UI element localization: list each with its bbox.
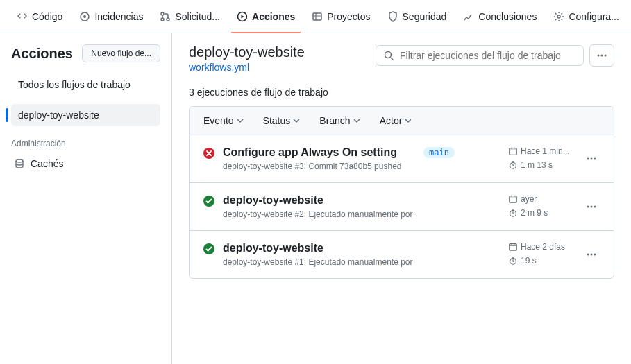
play-icon xyxy=(237,11,248,22)
svg-point-23 xyxy=(591,206,593,208)
run-row: deploy-toy-websitedeploy-toy-website #2:… xyxy=(190,183,614,231)
search-icon xyxy=(383,50,394,61)
svg-point-7 xyxy=(557,15,560,18)
sidebar: Acciones Nuevo flujo de... Todos los flu… xyxy=(0,33,172,364)
svg-point-30 xyxy=(594,254,596,256)
nav-code-label: Código xyxy=(32,11,62,22)
svg-point-17 xyxy=(591,158,593,160)
run-time: Hace 2 días xyxy=(508,242,578,252)
run-subtext: deploy-toy-website #1: Ejecutado manualm… xyxy=(223,257,415,267)
runs-table: Evento Status Branch Actor Configure app… xyxy=(189,106,614,279)
filter-status-label: Status xyxy=(263,115,291,126)
database-icon xyxy=(14,158,25,169)
page-title: deploy-toy-website xyxy=(189,44,305,60)
project-icon xyxy=(312,11,323,22)
new-workflow-button[interactable]: Nuevo flujo de... xyxy=(82,44,160,62)
svg-point-29 xyxy=(591,254,593,256)
nav-insights[interactable]: Conclusiones xyxy=(457,0,542,33)
success-icon xyxy=(203,243,214,254)
svg-point-1 xyxy=(83,15,86,18)
run-duration: 1 m 13 s xyxy=(508,160,578,170)
caret-down-icon xyxy=(293,117,300,124)
workflow-file-link[interactable]: workflows.yml xyxy=(189,62,249,73)
fail-icon xyxy=(203,148,214,159)
top-nav: Código Incidencias Solicitud... Acciones… xyxy=(0,0,631,33)
sidebar-all-workflows[interactable]: Todos los flujos de trabajo xyxy=(11,73,160,96)
svg-point-22 xyxy=(587,206,589,208)
svg-point-18 xyxy=(594,158,596,160)
nav-settings-label: Configura... xyxy=(569,11,619,22)
run-row: Configure app Always On settingdeploy-to… xyxy=(190,135,614,183)
run-menu-button[interactable] xyxy=(586,249,600,260)
run-subtext: deploy-toy-website #2: Ejecutado manualm… xyxy=(223,209,415,219)
nav-actions-label: Acciones xyxy=(252,11,295,22)
nav-settings[interactable]: Configura... xyxy=(548,0,624,33)
svg-rect-26 xyxy=(510,244,517,251)
run-title[interactable]: Configure app Always On setting xyxy=(223,146,415,159)
nav-issues-label: Incidencias xyxy=(94,11,143,22)
code-icon xyxy=(17,11,28,22)
filter-actor-label: Actor xyxy=(380,115,403,126)
svg-rect-14 xyxy=(510,148,517,155)
svg-point-16 xyxy=(587,158,589,160)
nav-code[interactable]: Código xyxy=(11,0,68,33)
run-duration: 2 m 9 s xyxy=(508,208,578,218)
sidebar-caches-label: Cachés xyxy=(31,158,63,169)
search-input[interactable] xyxy=(400,50,576,61)
caret-down-icon xyxy=(353,117,360,124)
filter-status[interactable]: Status xyxy=(263,115,301,126)
kebab-icon xyxy=(596,50,607,61)
svg-point-24 xyxy=(594,206,596,208)
run-menu-button[interactable] xyxy=(586,201,600,212)
gear-icon xyxy=(553,11,564,22)
run-menu-button[interactable] xyxy=(586,153,600,164)
filter-branch[interactable]: Branch xyxy=(319,115,360,126)
sidebar-caches[interactable]: Cachés xyxy=(11,154,160,173)
filter-branch-label: Branch xyxy=(319,115,350,126)
nav-insights-label: Conclusiones xyxy=(478,11,537,22)
search-box[interactable] xyxy=(376,45,584,66)
nav-projects[interactable]: Proyectos xyxy=(306,0,376,33)
nav-pulls[interactable]: Solicitud... xyxy=(154,0,226,33)
caret-down-icon xyxy=(405,117,412,124)
nav-issues[interactable]: Incidencias xyxy=(74,0,149,33)
svg-point-11 xyxy=(601,55,603,57)
nav-pulls-label: Solicitud... xyxy=(175,11,220,22)
svg-rect-20 xyxy=(510,196,517,203)
nav-security[interactable]: Seguridad xyxy=(382,0,453,33)
nav-actions[interactable]: Acciones xyxy=(231,0,301,33)
runs-count: 3 ejecuciones de flujo de trabajo xyxy=(189,87,614,98)
page-menu-button[interactable] xyxy=(589,44,614,67)
svg-point-12 xyxy=(605,55,607,57)
svg-point-2 xyxy=(161,12,164,15)
svg-point-4 xyxy=(167,18,169,21)
shield-icon xyxy=(387,11,398,22)
sidebar-item-deploy-toy-website[interactable]: deploy-toy-website xyxy=(11,104,160,126)
caret-down-icon xyxy=(237,117,244,124)
svg-point-10 xyxy=(598,55,600,57)
run-duration: 19 s xyxy=(508,256,578,266)
graph-icon xyxy=(463,11,474,22)
sidebar-admin-header: Administración xyxy=(11,139,160,148)
run-subtext: deploy-toy-website #3: Commit 73a80b5 pu… xyxy=(223,162,415,171)
nav-projects-label: Proyectos xyxy=(327,11,370,22)
nav-security-label: Seguridad xyxy=(403,11,447,22)
svg-point-9 xyxy=(385,52,392,58)
filter-event[interactable]: Evento xyxy=(203,115,244,126)
run-row: deploy-toy-websitedeploy-toy-website #1:… xyxy=(190,231,614,278)
run-title[interactable]: deploy-toy-website xyxy=(223,242,415,254)
run-time: ayer xyxy=(508,194,578,204)
content-area: deploy-toy-website workflows.yml 3 ejecu… xyxy=(172,33,631,364)
svg-rect-6 xyxy=(313,13,321,20)
run-title[interactable]: deploy-toy-website xyxy=(223,194,415,207)
branch-badge[interactable]: main xyxy=(423,147,455,158)
run-time: Hace 1 min... xyxy=(508,146,578,156)
issue-icon xyxy=(79,11,90,22)
svg-point-28 xyxy=(587,254,589,256)
pull-request-icon xyxy=(160,11,171,22)
filter-event-label: Evento xyxy=(203,115,234,126)
sidebar-title: Acciones xyxy=(11,46,73,62)
filter-actor[interactable]: Actor xyxy=(380,115,412,126)
filter-bar: Evento Status Branch Actor xyxy=(190,107,614,135)
success-icon xyxy=(203,196,214,207)
